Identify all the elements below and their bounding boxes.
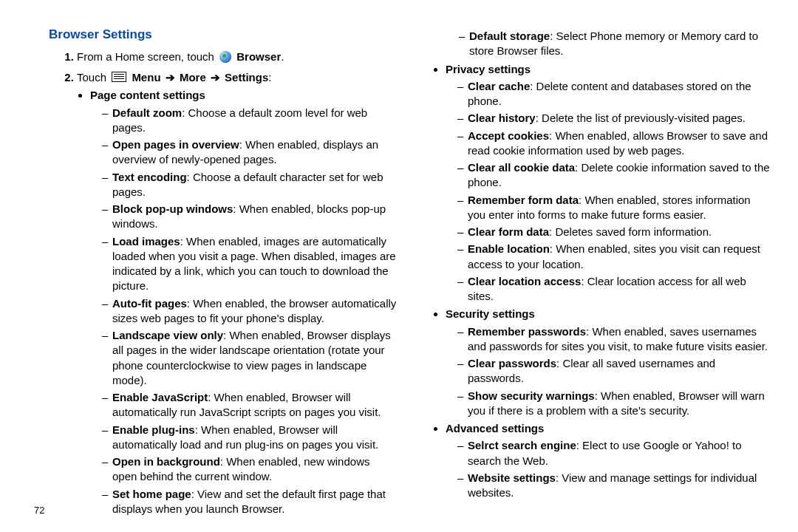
setting-label: Selrct search engine xyxy=(468,439,576,451)
security-heading: Security settings xyxy=(446,307,535,320)
setting-item: Show security warnings: When enabled, Br… xyxy=(457,389,771,419)
left-column: Browser Settings From a Home screen, tou… xyxy=(49,27,397,522)
setting-label: Text encoding xyxy=(112,171,187,183)
setting-item: Clear location access: Clear location ac… xyxy=(457,274,771,304)
setting-label: Enable location xyxy=(468,242,550,255)
setting-label: Open in background xyxy=(112,455,220,468)
settings-label: Settings xyxy=(225,71,268,83)
page-content-tail-list: Default storage: Select Phone memory or … xyxy=(423,29,771,59)
setting-item: Enable JavaScript: When enabled, Browser… xyxy=(102,390,397,420)
setting-label: Block pop-up windows xyxy=(112,202,233,215)
setting-label: Clear passwords xyxy=(468,357,556,369)
advanced-heading: Advanced settings xyxy=(446,422,544,434)
menu-label: Menu xyxy=(132,71,160,83)
setting-item: Open in background: When enabled, new wi… xyxy=(102,454,397,485)
setting-item: Auto-fit pages: When enabled, the browse… xyxy=(102,296,397,327)
page-content-group: Page content settings Default zoom: Choo… xyxy=(90,88,397,516)
setting-item: Clear history: Delete the list of previo… xyxy=(457,111,771,126)
section-title: Browser Settings xyxy=(49,27,397,44)
page-content-section: Page content settings Default zoom: Choo… xyxy=(77,88,397,516)
setting-label: Clear form data xyxy=(468,225,549,238)
setting-item: Selrct search engine: Elect to use Googl… xyxy=(457,438,771,468)
setting-item: Enable location: When enabled, sites you… xyxy=(457,242,771,272)
step-2: Touch Menu ➔ More ➔ Settings: Page conte… xyxy=(77,70,397,516)
page-content-list: Default zoom: Choose a default zoom leve… xyxy=(90,106,397,517)
setting-item: Default zoom: Choose a default zoom leve… xyxy=(102,106,397,136)
setting-item: Website settings: View and manage settin… xyxy=(457,471,771,501)
setting-label: Default zoom xyxy=(112,106,182,119)
security-group: Security settings Remember passwords: Wh… xyxy=(446,307,771,418)
right-column: Default storage: Select Phone memory or … xyxy=(423,27,771,522)
page-number: 72 xyxy=(34,505,44,516)
advanced-list: Selrct search engine: Elect to use Googl… xyxy=(446,438,771,500)
setting-label: Clear cache xyxy=(468,80,530,92)
arrow-icon: ➔ xyxy=(166,71,175,83)
privacy-list: Clear cache: Delete content and database… xyxy=(446,79,771,304)
setting-label: Accept cookies xyxy=(468,129,549,142)
menu-icon xyxy=(112,72,126,82)
browser-app-name: Browser xyxy=(236,50,281,63)
setting-item: Default storage: Select Phone memory or … xyxy=(459,29,771,59)
setting-item: Remember passwords: When enabled, saves … xyxy=(457,324,771,355)
setting-item: Enable plug-ins: When enabled, Browser w… xyxy=(102,423,397,453)
setting-label: Clear history xyxy=(468,112,536,124)
setting-text: Deletes saved form information. xyxy=(555,225,712,238)
setting-item: Remember form data: When enabled, stores… xyxy=(457,193,771,223)
advanced-group: Advanced settings Selrct search engine: … xyxy=(446,421,771,500)
setting-item: Set home page: View and set the default … xyxy=(102,487,397,517)
privacy-heading: Privacy settings xyxy=(446,63,531,75)
setting-label: Clear all cookie data xyxy=(468,161,575,174)
setting-label: Website settings xyxy=(468,471,556,484)
setting-item: Text encoding: Choose a default characte… xyxy=(102,170,397,200)
setting-label: Default storage xyxy=(469,30,550,42)
setting-label: Open pages in overview xyxy=(112,138,239,151)
setting-label: Enable JavaScript xyxy=(112,391,208,403)
setting-item: Block pop-up windows: When enabled, bloc… xyxy=(102,202,397,232)
right-groups: Privacy settings Clear cache: Delete con… xyxy=(423,62,771,501)
step-1-prefix: From a Home screen, touch xyxy=(77,50,217,63)
setting-item: Load images: When enabled, images are au… xyxy=(102,234,397,294)
step-1: From a Home screen, touch Browser. xyxy=(77,50,397,64)
setting-label: Auto-fit pages xyxy=(112,297,187,310)
setting-label: Remember form data xyxy=(468,194,579,206)
setting-label: Set home page xyxy=(112,488,191,500)
setting-item: Landscape view only: When enabled, Brows… xyxy=(102,328,397,388)
setting-label: Landscape view only xyxy=(112,329,223,341)
manual-page: Browser Settings From a Home screen, tou… xyxy=(0,0,798,532)
setting-text: Delete the list of previously-visited pa… xyxy=(542,112,746,124)
setting-item: Accept cookies: When enabled, allows Bro… xyxy=(457,129,771,159)
two-column-layout: Browser Settings From a Home screen, tou… xyxy=(49,27,771,522)
setting-label: Show security warnings xyxy=(468,389,595,402)
setting-label: Enable plug-ins xyxy=(112,423,195,436)
setting-item: Clear all cookie data: Delete cookie inf… xyxy=(457,160,771,191)
page-content-heading: Page content settings xyxy=(90,89,205,101)
step-2-colon: : xyxy=(268,71,271,83)
setting-item: Clear passwords: Clear all saved usernam… xyxy=(457,356,771,386)
setting-label: Remember passwords xyxy=(468,325,586,338)
privacy-group: Privacy settings Clear cache: Delete con… xyxy=(446,62,771,304)
setting-item: Clear cache: Delete content and database… xyxy=(457,79,771,109)
setting-label: Clear location access xyxy=(468,275,581,287)
security-list: Remember passwords: When enabled, saves … xyxy=(446,324,771,419)
step-1-suffix: . xyxy=(281,50,284,63)
setting-item: Clear form data: Deletes saved form info… xyxy=(457,225,771,239)
step-2-prefix: Touch xyxy=(77,71,109,83)
steps-list: From a Home screen, touch Browser. Touch… xyxy=(53,50,397,516)
browser-globe-icon xyxy=(219,51,231,63)
arrow-icon: ➔ xyxy=(211,71,220,83)
setting-item: Open pages in overview: When enabled, di… xyxy=(102,137,397,168)
setting-label: Load images xyxy=(112,235,180,248)
more-label: More xyxy=(180,71,206,83)
